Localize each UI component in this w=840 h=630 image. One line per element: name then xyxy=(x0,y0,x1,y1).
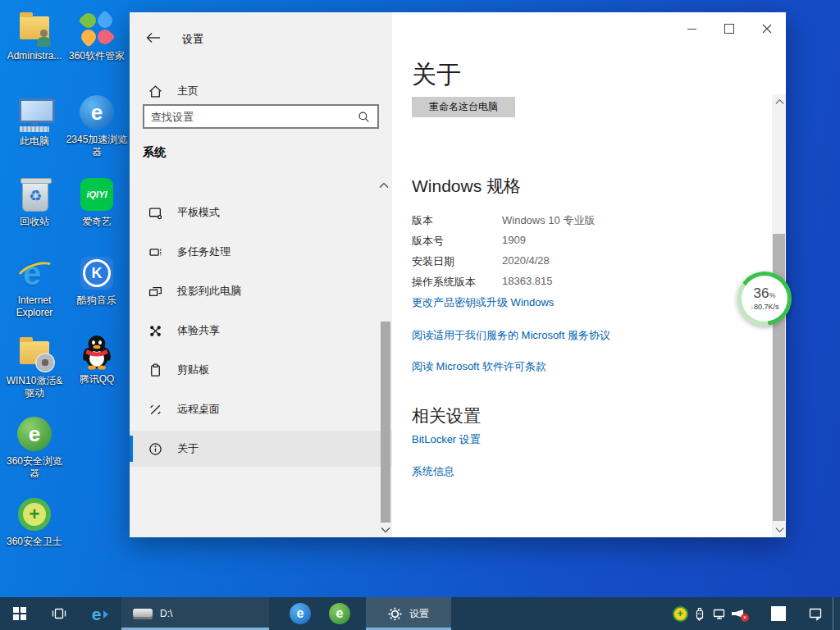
tray-ime-pinyin-badge[interactable] xyxy=(771,606,786,621)
remote-desktop-icon xyxy=(148,403,162,417)
back-button[interactable] xyxy=(139,27,167,48)
search-input[interactable] xyxy=(144,111,358,123)
desktop-icon-iqiyi[interactable]: iQIYI 爱奇艺 xyxy=(64,176,130,228)
sidebar-section-system: 系统 xyxy=(143,145,166,160)
spec-value: Windows 10 专业版 xyxy=(502,213,595,234)
taskbar-ie-button[interactable]: e xyxy=(79,597,121,630)
rename-pc-button[interactable]: 重命名这台电脑 xyxy=(412,97,515,117)
desktop-icon-label: Administra... xyxy=(2,50,67,62)
action-center-button[interactable] xyxy=(803,597,828,630)
sidebar-item-remote-desktop[interactable]: 远程桌面 xyxy=(130,391,392,427)
show-desktop-button[interactable] xyxy=(833,597,840,630)
close-icon xyxy=(762,24,772,34)
network-speed: ↓80.7K/s xyxy=(750,303,778,312)
k-glyph: K xyxy=(83,259,111,287)
gear-icon xyxy=(388,607,402,621)
settings-sidebar: 设置 主页 系统 平板模式 xyxy=(130,12,392,537)
related-settings-title: 相关设置 xyxy=(412,404,481,427)
spec-row: 版本 Windows 10 专业版 xyxy=(412,213,756,234)
sidebar-item-label: 投影到此电脑 xyxy=(177,284,241,299)
settings-search-box[interactable] xyxy=(143,104,379,129)
windows-logo-icon xyxy=(13,607,26,620)
clipboard-icon xyxy=(148,363,162,377)
desktop-icon-label: 回收站 xyxy=(2,216,67,228)
system-tray: + × xyxy=(670,597,840,630)
sidebar-item-tablet-mode[interactable]: 平板模式 xyxy=(130,194,392,231)
spec-value: 1909 xyxy=(502,234,526,254)
content-scroll-up-icon[interactable] xyxy=(774,98,784,106)
plus-glyph: + xyxy=(30,505,40,523)
iqiyi-icon: iQIYI xyxy=(78,176,116,213)
desktop-icon-recycle-bin[interactable]: ♻ 回收站 xyxy=(2,176,67,228)
page-title: 关于 xyxy=(412,58,461,92)
desktop-icon-tencent-qq[interactable]: 腾讯QQ xyxy=(64,333,130,386)
speed-ball-face: 36% ↓80.7K/s xyxy=(742,276,788,322)
desktop-icon-360-browser[interactable]: e 360安全浏览器 xyxy=(2,415,67,480)
360-speed-ball[interactable]: 36% ↓80.7K/s xyxy=(737,272,792,326)
2345-browser-icon: e xyxy=(290,603,311,624)
system-info-link[interactable]: 系统信息 xyxy=(412,464,454,479)
minimize-button[interactable] xyxy=(673,12,710,45)
taskbar-2345-browser-button[interactable]: e xyxy=(281,597,320,630)
search-icon[interactable] xyxy=(358,111,370,123)
desktop-icon-label: 2345加速浏览器 xyxy=(64,134,130,158)
desktop-icon-label: WIN10激活&驱动 xyxy=(2,375,67,399)
drive-icon xyxy=(133,609,153,619)
start-button[interactable] xyxy=(0,597,39,630)
tray-360-safeguard[interactable]: + xyxy=(670,597,690,630)
sidebar-item-label: 剪贴板 xyxy=(177,363,209,377)
desktop-icon-kugou-music[interactable]: K 酷狗音乐 xyxy=(64,254,130,307)
desktop-icon-label: 酷狗音乐 xyxy=(64,294,130,307)
tray-network[interactable] xyxy=(710,597,729,630)
tablet-mode-icon xyxy=(148,206,162,220)
content-scroll-down-icon[interactable] xyxy=(774,526,784,534)
sidebar-item-about[interactable]: 关于 xyxy=(130,431,392,467)
desktop-icon-internet-explorer[interactable]: e Internet Explorer xyxy=(2,254,67,319)
desktop-icon-this-pc[interactable]: 此电脑 xyxy=(2,95,67,148)
network-icon xyxy=(712,607,727,620)
desktop-icon-label: 此电脑 xyxy=(2,135,67,148)
about-info-icon xyxy=(148,442,162,456)
multitasking-icon xyxy=(148,245,162,259)
home-icon xyxy=(148,84,162,98)
sidebar-scroll-down-icon[interactable] xyxy=(380,526,391,534)
desktop-icon-2345-browser[interactable]: e 2345加速浏览器 xyxy=(64,94,130,158)
spec-label: 版本号 xyxy=(412,234,502,254)
sidebar-item-label: 平板模式 xyxy=(177,205,220,220)
shared-experiences-icon xyxy=(148,324,162,338)
sidebar-scroll-up-icon[interactable] xyxy=(378,181,390,189)
taskbar-settings-button[interactable]: 设置 xyxy=(366,597,451,630)
win10-activation-folder-icon xyxy=(16,335,53,372)
window-title: 设置 xyxy=(182,32,203,47)
sidebar-item-projecting[interactable]: 投影到此电脑 xyxy=(130,273,392,309)
desktop-icon-label: 360软件管家 xyxy=(64,50,130,62)
2345-browser-icon: e xyxy=(78,94,116,131)
desktop-icon-win10-activation[interactable]: WIN10激活&驱动 xyxy=(2,335,67,399)
spec-value: 18363.815 xyxy=(502,275,552,295)
sidebar-item-label: 关于 xyxy=(177,441,199,456)
desktop-icon-360-safeguard[interactable]: + 360安全卫士 xyxy=(2,495,67,548)
sidebar-item-multitasking[interactable]: 多任务处理 xyxy=(130,234,392,270)
settings-button-label: 设置 xyxy=(409,607,429,621)
sidebar-item-clipboard[interactable]: 剪贴板 xyxy=(130,352,392,388)
internet-explorer-icon: e xyxy=(16,254,53,292)
license-terms-link[interactable]: 阅读 Microsoft 软件许可条款 xyxy=(412,359,546,374)
tray-usb-device[interactable] xyxy=(690,597,710,630)
task-view-button[interactable] xyxy=(39,597,79,630)
sidebar-scrollbar-thumb[interactable] xyxy=(381,322,390,523)
change-product-key-link[interactable]: 更改产品密钥或升级 Windows xyxy=(412,295,554,310)
taskbar-360-browser-button[interactable]: e xyxy=(320,597,359,630)
tray-volume-muted[interactable]: × xyxy=(729,597,749,630)
taskbar-explorer-window-button[interactable]: D:\ xyxy=(121,597,269,630)
spec-row: 操作系统版本 18363.815 xyxy=(412,275,756,295)
close-button[interactable] xyxy=(748,12,786,45)
bitlocker-settings-link[interactable]: BitLocker 设置 xyxy=(412,432,481,447)
services-agreement-link[interactable]: 阅读适用于我们服务的 Microsoft 服务协议 xyxy=(412,328,610,343)
maximize-button[interactable] xyxy=(710,12,748,45)
project-to-pc-icon xyxy=(148,285,162,299)
desktop-icon-360-software-manager[interactable]: 360软件管家 xyxy=(64,10,130,62)
tencent-qq-icon xyxy=(78,333,116,371)
this-pc-icon xyxy=(16,95,53,133)
sidebar-item-shared-experiences[interactable]: 体验共享 xyxy=(130,313,392,349)
desktop-icon-administrator[interactable]: Administra... xyxy=(2,10,67,62)
